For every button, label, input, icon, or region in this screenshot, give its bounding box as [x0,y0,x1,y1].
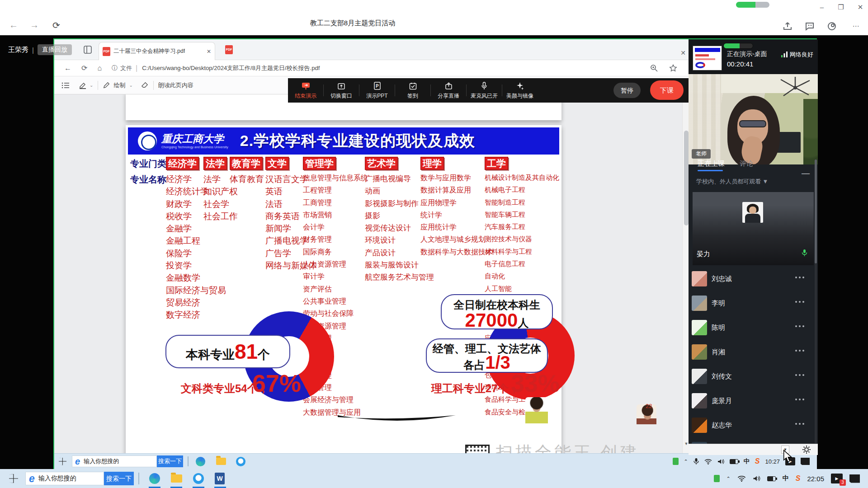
ime-indicator[interactable]: 中 [783,474,789,483]
participant-row[interactable]: 刘传文 [689,364,818,389]
wifi-tray-icon[interactable] [704,459,712,465]
nav-home-icon[interactable]: ⌂ [97,64,102,72]
participant-row[interactable]: 陈明 [689,315,818,340]
start-button-icon[interactable] [9,474,18,483]
action-center-icon[interactable] [801,458,810,465]
tray-expand-icon[interactable]: ⌃ [726,476,731,482]
microphone-on-button[interactable]: 麦克风已开 [467,81,502,100]
sign-in-button[interactable]: 签到 [395,81,430,100]
usb-tray-icon[interactable] [714,475,720,482]
media-tray-icon[interactable]: ▶3 [831,474,843,483]
battery-tray-icon[interactable] [767,476,776,481]
sogou-tray-icon[interactable]: S [796,474,801,483]
qq-browser-taskbar-icon[interactable] [236,457,245,466]
draw-chevron-icon[interactable]: ⌄ [129,83,132,88]
window-close-button[interactable]: ✕ [854,2,867,13]
participant-list: 刘忠诚李明陈明肖湘刘传文庞景月赵志华 [689,267,818,446]
participant-menu-icon[interactable] [795,399,804,400]
explorer-taskbar-button[interactable] [165,469,188,488]
page-info-icon[interactable]: ⓘ [112,64,118,72]
participant-row[interactable]: 庞景月 [689,389,818,413]
share-live-button[interactable]: 分享直播 [431,81,466,100]
beauty-mirror-button[interactable]: 美颜与镜像 [502,81,538,100]
wifi-tray-icon[interactable] [737,475,746,482]
explorer-taskbar-icon[interactable] [216,458,226,465]
outer-clock[interactable]: 22:05 [807,475,824,483]
presentation-thumbnail[interactable] [693,46,722,70]
sogou-tray-icon[interactable]: S [755,457,760,465]
teacher-webcam-video[interactable]: 老师 [689,74,818,164]
participant-menu-icon[interactable] [795,423,804,425]
end-class-button[interactable]: 下课 [650,80,684,100]
highlighter-icon[interactable] [79,81,87,89]
switch-window-button[interactable]: 切换窗口 [324,81,359,100]
chat-bubble-icon[interactable] [804,21,815,32]
window-maximize-button[interactable]: ❐ [834,2,848,13]
speaker-video-panel[interactable]: 晏力 [693,192,814,265]
taskbar-search-box[interactable]: e 输入你想搜的 [25,472,104,485]
visibility-dropdown[interactable]: 学校内、外人员都可观看 ▼ [696,178,768,186]
tab-in-class[interactable]: 正在上课 [698,160,725,168]
participant-menu-icon[interactable] [795,277,804,278]
search-button[interactable]: 搜索一下 [157,455,183,467]
sidebar-scrollbar[interactable] [815,160,817,443]
present-ppt-button[interactable]: P 演示PPT [359,81,395,100]
sidebar-minimize-icon[interactable]: — [802,169,810,178]
inner-clock[interactable]: 10:27 [765,458,780,465]
volume-tray-icon[interactable] [717,459,724,465]
eraser-icon[interactable] [141,81,149,89]
pdf-canvas[interactable]: 重庆工商大学 Chongqing Technology and Business… [54,94,682,453]
pause-button[interactable]: 暂停 [613,83,641,98]
tab-list-icon[interactable] [83,45,92,54]
edge-close-icon[interactable]: ✕ [680,49,686,56]
browser-menu-icon[interactable]: ⋯ [849,21,863,32]
participant-row[interactable]: 李明 [689,291,818,315]
participant-row[interactable]: 肖湘 [689,340,818,364]
active-tab-underline [698,170,723,171]
nav-refresh-icon[interactable]: ⟳ [81,64,87,72]
tab-close-icon[interactable]: ✕ [207,48,211,55]
participant-row[interactable]: 赵志华 [689,413,818,437]
favorite-star-icon[interactable] [669,64,677,72]
nav-back-icon[interactable]: ← [64,64,71,72]
window-minimize-button[interactable]: – [815,2,829,13]
zoom-page-icon[interactable] [650,64,658,72]
second-tab-pdf-icon[interactable]: PDF [225,45,233,54]
active-tab[interactable]: PDF 二十届三中全会精神学习.pdf ✕ [99,42,215,60]
participant-menu-icon[interactable] [795,301,804,303]
highlighter-chevron-icon[interactable]: ⌄ [90,83,93,88]
tab-comments[interactable]: 评论 [740,160,753,168]
address-url[interactable]: C:/Users/wang-bo/Desktop/2024支部工作/8月主题党日… [142,64,320,72]
file-scheme-label: 文件 [120,64,132,72]
start-button-icon[interactable] [59,458,66,465]
qq-browser-taskbar-button[interactable] [188,469,209,488]
tray-expand-icon[interactable]: ⌃ [684,459,688,465]
replay-mode-chip[interactable]: 直播回放 [38,44,72,55]
participant-menu-icon[interactable] [795,325,804,327]
search-button[interactable]: 搜索一下 [104,472,134,485]
end-presentation-button[interactable]: 结束演示 [288,81,323,100]
participant-menu-icon[interactable] [795,374,804,376]
volume-tray-icon[interactable] [753,475,760,482]
taskbar-search-box[interactable]: e 输入你想搜的 [72,455,157,467]
capture-toggle-pill[interactable] [736,2,769,8]
participant-row[interactable]: 刘忠诚 [689,267,818,291]
draw-label[interactable]: 绘制 [113,81,125,89]
edge-taskbar-button[interactable] [144,469,165,488]
mic-tray-icon[interactable] [693,458,699,465]
battery-tray-icon[interactable] [730,459,738,464]
pdf-scrollbar-thumb[interactable] [684,131,689,225]
browser-extension-icon[interactable] [826,21,837,32]
share-icon[interactable] [782,21,793,32]
speaker-mic-icon[interactable] [802,249,807,257]
usb-tray-icon[interactable] [673,458,679,465]
ime-indicator[interactable]: 中 [744,457,750,465]
word-taskbar-button[interactable]: W [209,469,230,488]
participant-menu-icon[interactable] [795,350,804,352]
draw-pen-icon[interactable] [103,81,110,89]
settings-gear-icon[interactable] [802,445,811,455]
action-center-icon[interactable] [849,474,860,483]
edge-taskbar-icon[interactable] [196,457,205,466]
read-aloud-button[interactable]: 朗读此页内容 [158,81,193,89]
toc-icon[interactable] [61,82,70,89]
